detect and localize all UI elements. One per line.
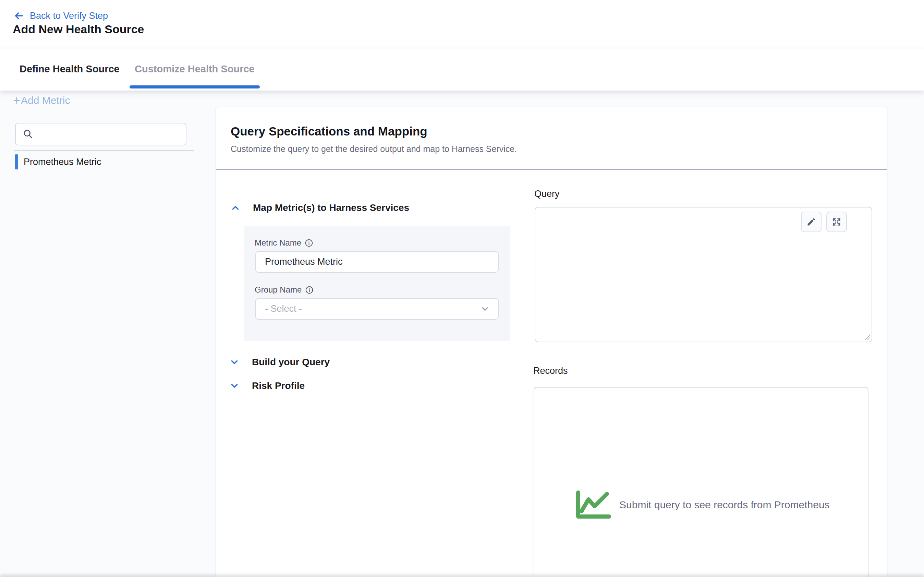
section-build-query-header[interactable]: Build your Query [229, 357, 330, 367]
chevron-up-icon [230, 203, 241, 213]
info-icon[interactable] [305, 286, 314, 294]
sidebar-item-prometheus-metric[interactable]: Prometheus Metric [15, 154, 101, 169]
pencil-icon [807, 217, 816, 227]
page-header: Back to Verify Step Add New Health Sourc… [0, 0, 924, 48]
selected-indicator-bar [15, 154, 18, 169]
panel-subtitle: Customize the query to get the desired o… [231, 144, 517, 154]
group-name-placeholder: - Select - [265, 303, 302, 314]
footer-edge [0, 577, 924, 581]
plus-icon: + [13, 95, 20, 106]
group-name-label: Group Name [255, 285, 314, 295]
chevron-down-icon [229, 381, 239, 391]
metric-item-label: Prometheus Metric [24, 157, 101, 167]
add-metric-label: Add Metric [21, 95, 70, 106]
chevron-down-icon [480, 304, 490, 314]
section-build-query-label: Build your Query [252, 357, 330, 367]
records-empty-message: Submit query to see records from Prometh… [619, 499, 830, 511]
search-icon [23, 129, 34, 140]
search-input[interactable] [38, 129, 182, 140]
textarea-resize-handle[interactable] [863, 333, 871, 341]
group-name-select[interactable]: - Select - [255, 298, 499, 319]
records-label: Records [533, 366, 568, 376]
query-label: Query [534, 189, 560, 199]
map-metrics-form: Metric Name Group Name [244, 226, 510, 341]
back-to-verify-link[interactable]: Back to Verify Step [13, 10, 108, 21]
section-map-metrics-header[interactable]: Map Metric(s) to Harness Services [230, 202, 409, 214]
info-icon[interactable] [305, 239, 313, 247]
back-arrow-icon [13, 10, 24, 21]
query-editor [535, 207, 872, 342]
expand-query-button[interactable] [826, 212, 847, 232]
sidebar-divider [14, 150, 194, 151]
query-textarea[interactable] [537, 209, 838, 339]
tab-define-health-source[interactable]: Define Health Source [20, 63, 120, 75]
fullscreen-expand-icon [832, 217, 842, 227]
group-name-label-text: Group Name [255, 285, 302, 295]
metric-search-box[interactable] [15, 123, 186, 146]
tab-customize-health-source[interactable]: Customize Health Source [135, 63, 255, 75]
records-empty-state: Submit query to see records from Prometh… [576, 490, 830, 519]
panel-title: Query Specifications and Mapping [231, 124, 427, 138]
metric-name-label: Metric Name [255, 238, 313, 248]
section-map-metrics-label: Map Metric(s) to Harness Services [253, 202, 409, 214]
section-risk-profile-header[interactable]: Risk Profile [229, 381, 305, 391]
tab-bar: Define Health Source Customize Health So… [0, 48, 924, 91]
page-title: Add New Health Source [13, 23, 144, 36]
metric-name-label-text: Metric Name [255, 238, 301, 248]
page: Back to Verify Step Add New Health Sourc… [0, 0, 924, 581]
query-specifications-panel: Query Specifications and Mapping Customi… [216, 108, 887, 581]
add-metric-button[interactable]: + Add Metric [13, 95, 70, 106]
line-chart-icon [576, 490, 612, 519]
records-panel: Submit query to see records from Prometh… [534, 387, 868, 581]
panel-divider [216, 169, 887, 170]
active-tab-indicator [130, 85, 260, 88]
back-link-label: Back to Verify Step [30, 11, 108, 21]
metric-name-input[interactable] [255, 251, 499, 273]
section-risk-profile-label: Risk Profile [252, 381, 305, 391]
chevron-down-icon [229, 357, 239, 367]
edit-query-button[interactable] [801, 212, 822, 232]
